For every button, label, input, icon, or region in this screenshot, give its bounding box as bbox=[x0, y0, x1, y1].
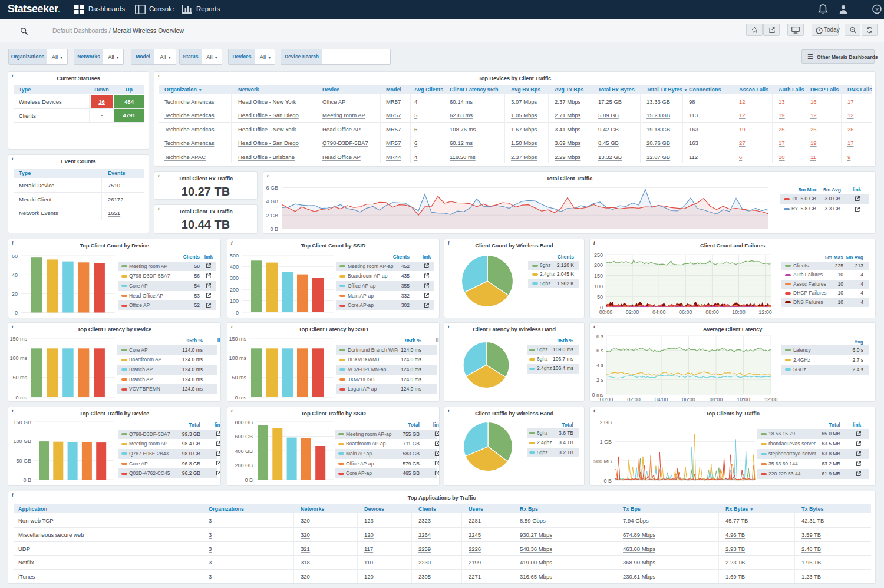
svg-text:50 ms: 50 ms bbox=[232, 375, 246, 381]
svg-text:08:00: 08:00 bbox=[705, 309, 719, 315]
svg-text:0 B: 0 B bbox=[245, 477, 253, 483]
svg-text:200 GB: 200 GB bbox=[235, 463, 253, 468]
svg-text:50 ms: 50 ms bbox=[12, 375, 27, 381]
svg-text:2 GB: 2 GB bbox=[266, 213, 278, 219]
svg-text:200: 200 bbox=[230, 287, 239, 293]
svg-text:100: 100 bbox=[594, 283, 603, 289]
svg-text:500: 500 bbox=[230, 253, 239, 259]
svg-text:4 GB: 4 GB bbox=[266, 199, 278, 204]
svg-text:800 GB: 800 GB bbox=[235, 419, 253, 425]
svg-text:0: 0 bbox=[236, 310, 239, 316]
svg-text:04:00: 04:00 bbox=[652, 309, 666, 315]
svg-text:1 GB: 1 GB bbox=[599, 439, 612, 445]
svg-text:?: ? bbox=[875, 6, 879, 12]
svg-text:400: 400 bbox=[230, 264, 239, 270]
svg-text:2 GB: 2 GB bbox=[599, 419, 612, 425]
svg-text:4 s: 4 s bbox=[596, 362, 604, 368]
svg-text:12:00: 12:00 bbox=[764, 397, 778, 401]
svg-text:0 B: 0 B bbox=[603, 478, 612, 484]
svg-text:50: 50 bbox=[597, 294, 603, 300]
svg-text:100: 100 bbox=[230, 298, 239, 304]
svg-text:12:00: 12:00 bbox=[758, 309, 772, 315]
svg-text:250: 250 bbox=[594, 252, 603, 258]
svg-text:8 s: 8 s bbox=[596, 333, 604, 339]
svg-text:04:00: 04:00 bbox=[655, 397, 668, 401]
svg-text:02:00: 02:00 bbox=[626, 309, 639, 315]
svg-text:0 ms: 0 ms bbox=[235, 395, 246, 401]
svg-text:0 ms: 0 ms bbox=[15, 395, 27, 401]
svg-text:20: 20 bbox=[12, 291, 18, 297]
svg-text:100 ms: 100 ms bbox=[229, 355, 246, 361]
svg-text:10:00: 10:00 bbox=[737, 397, 750, 401]
svg-text:2 s: 2 s bbox=[596, 377, 604, 383]
svg-text:6 GB: 6 GB bbox=[266, 185, 278, 191]
svg-text:0: 0 bbox=[600, 305, 603, 310]
svg-text:08:00: 08:00 bbox=[710, 397, 723, 401]
svg-text:600 GB: 600 GB bbox=[235, 434, 253, 440]
svg-text:40: 40 bbox=[12, 272, 18, 278]
svg-text:200: 200 bbox=[594, 262, 603, 268]
svg-text:0: 0 bbox=[15, 310, 18, 316]
svg-text:0 ms: 0 ms bbox=[592, 392, 603, 398]
svg-text:02:00: 02:00 bbox=[627, 397, 641, 401]
svg-text:150 GB: 150 GB bbox=[13, 419, 31, 425]
svg-text:0 B: 0 B bbox=[270, 226, 278, 232]
svg-text:10:00: 10:00 bbox=[732, 309, 746, 315]
svg-text:0 B: 0 B bbox=[23, 477, 31, 483]
svg-text:150 ms: 150 ms bbox=[229, 336, 246, 342]
svg-text:400 GB: 400 GB bbox=[235, 448, 253, 454]
svg-text:50 GB: 50 GB bbox=[16, 458, 31, 464]
svg-text:06:00: 06:00 bbox=[682, 397, 695, 401]
svg-text:150: 150 bbox=[594, 273, 603, 279]
svg-text:00:00: 00:00 bbox=[599, 309, 613, 315]
svg-text:100 GB: 100 GB bbox=[13, 438, 31, 444]
svg-text:300: 300 bbox=[230, 275, 239, 281]
svg-text:150 ms: 150 ms bbox=[9, 336, 27, 342]
svg-text:500 MB: 500 MB bbox=[593, 458, 612, 464]
svg-text:100 ms: 100 ms bbox=[9, 355, 27, 361]
svg-text:60: 60 bbox=[12, 253, 18, 259]
svg-text:06:00: 06:00 bbox=[679, 309, 692, 315]
svg-text:6 s: 6 s bbox=[596, 348, 604, 354]
